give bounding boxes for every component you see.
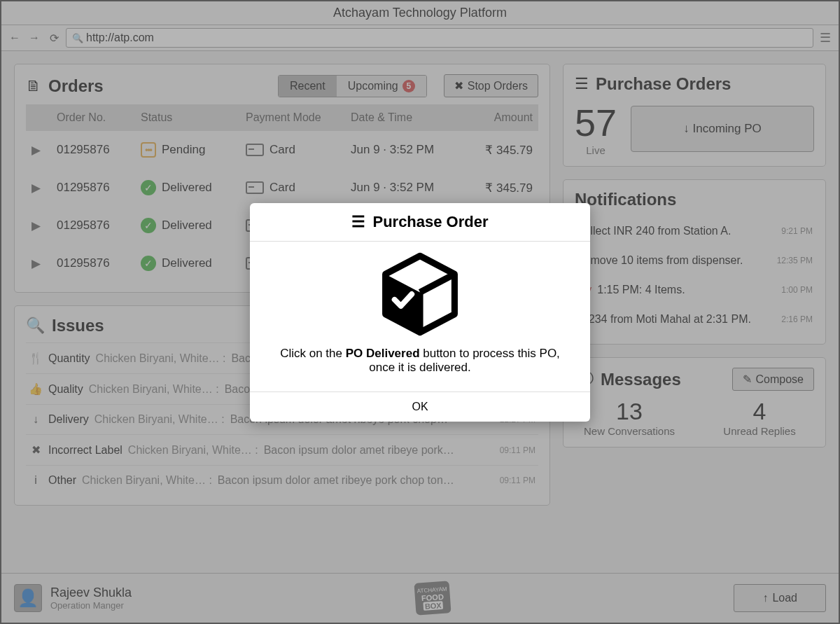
list-icon: ☰ [351,213,365,231]
modal-ok-button[interactable]: OK [250,391,590,422]
modal-message: Click on the PO Delivered button to proc… [271,347,569,375]
modal-title: Purchase Order [372,213,488,231]
package-icon [374,249,465,340]
purchase-order-modal: ☰ Purchase Order Click on the PO Deliver… [250,203,590,422]
modal-overlay[interactable]: ☰ Purchase Order Click on the PO Deliver… [0,0,840,624]
